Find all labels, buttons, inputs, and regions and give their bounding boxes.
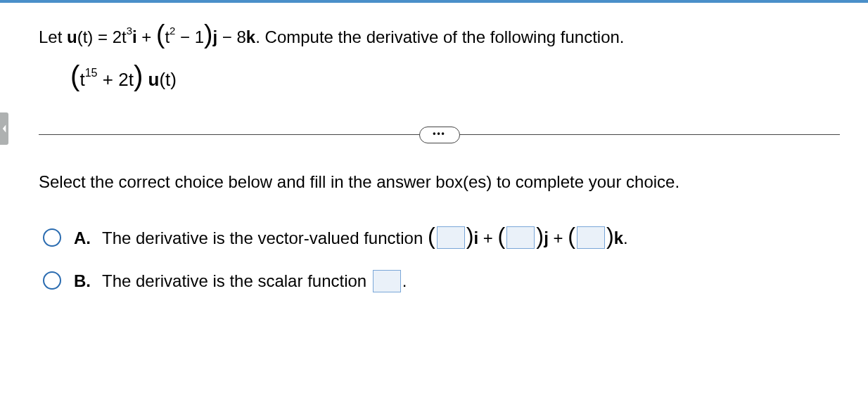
choice-b-label: B. (74, 268, 92, 294)
open-paren-2: ( (70, 60, 79, 92)
choice-a-period: . (623, 228, 628, 247)
choice-a-k-unit: k (614, 228, 623, 247)
answer-box-a-i[interactable] (437, 226, 465, 249)
i-unit: i (132, 27, 137, 46)
paren-open-ak: ( (568, 224, 575, 249)
choice-a-plus1: + (478, 228, 497, 247)
section-divider: ••• (39, 134, 840, 135)
problem-statement-line2: (t15 + 2t) u(t) (39, 65, 840, 93)
choice-a-label: A. (74, 225, 92, 251)
minus-8: − 8 (217, 27, 246, 46)
choice-a-plus2: + (549, 228, 568, 247)
paren-close-ai: ) (466, 224, 474, 249)
chevron-left-icon (1, 124, 8, 134)
u-of-t: u (143, 69, 159, 90)
open-paren-1: ( (156, 19, 165, 49)
plus-1: + (137, 27, 156, 46)
choice-b-text: The derivative is the scalar function . (102, 268, 407, 294)
choice-a-row: A. The derivative is the vector-valued f… (39, 225, 840, 251)
paren-close-ak: ) (606, 224, 614, 249)
choice-b-row: B. The derivative is the scalar function… (39, 268, 840, 294)
u-of-t-arg: (t) (159, 69, 177, 90)
minus-1: − 1 (175, 27, 204, 46)
svg-marker-0 (2, 125, 6, 133)
close-paren-2: ) (134, 60, 143, 92)
sentence-tail: . Compute the derivative of the followin… (255, 27, 624, 46)
radio-a[interactable] (43, 228, 61, 247)
instruction-text: Select the correct choice below and fill… (39, 169, 840, 195)
answer-box-b[interactable] (373, 270, 401, 292)
answer-box-a-j[interactable] (506, 226, 535, 249)
question-content: Let u(t) = 2t3i + (t2 − 1)j − 8k. Comput… (0, 3, 868, 325)
plus-2t: + 2t (98, 69, 134, 90)
paren-close-aj: ) (536, 224, 544, 249)
dots-icon: ••• (433, 127, 446, 141)
lead-text: Let (39, 27, 67, 46)
u-arg: (t) = 2t (77, 27, 127, 46)
choice-a-lead: The derivative is the vector-valued func… (102, 228, 428, 247)
choice-b-lead: The derivative is the scalar function (102, 271, 371, 290)
radio-b[interactable] (43, 271, 61, 290)
exp-3: 3 (127, 25, 132, 37)
t-label-2: t (79, 69, 84, 90)
answer-box-a-k[interactable] (577, 226, 605, 249)
k-unit: k (246, 27, 255, 46)
paren-open-aj: ( (498, 224, 506, 249)
exp-15: 15 (85, 67, 98, 79)
close-paren-1: ) (204, 19, 212, 49)
choice-a-text: The derivative is the vector-valued func… (102, 225, 628, 251)
expand-pill-button[interactable]: ••• (419, 127, 460, 143)
choice-b-period: . (402, 271, 407, 290)
problem-statement-line1: Let u(t) = 2t3i + (t2 − 1)j − 8k. Comput… (39, 24, 840, 50)
paren-open-ai: ( (428, 224, 435, 249)
u-symbol: u (67, 27, 77, 46)
left-collapse-tab[interactable] (0, 112, 8, 145)
choice-a-j-unit: j (544, 228, 549, 247)
